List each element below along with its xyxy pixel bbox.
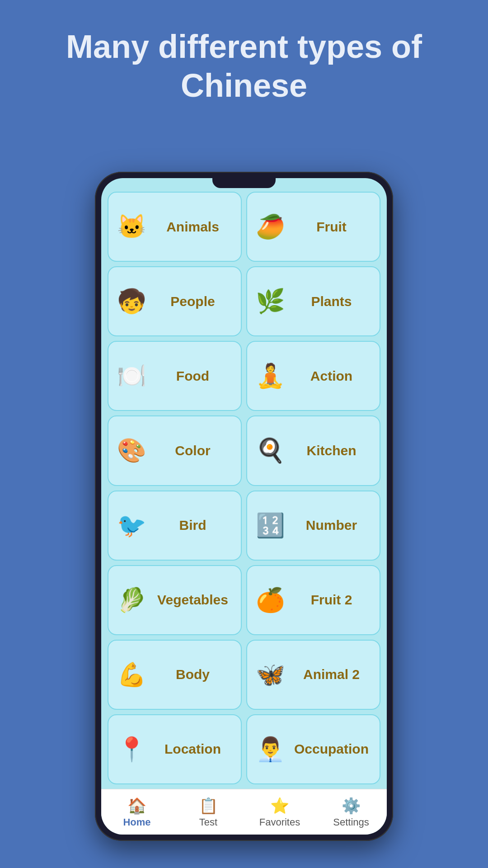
category-label-body: Body (152, 667, 234, 682)
category-icon-animals: 🐱 (116, 213, 147, 241)
category-icon-kitchen: 🍳 (254, 437, 286, 464)
category-icon-color: 🎨 (116, 437, 147, 464)
nav-item-favorites[interactable]: ⭐ Favorites (244, 794, 315, 831)
category-card-animal2[interactable]: 🦋 Animal 2 (246, 640, 380, 710)
category-icon-fruit2: 🍊 (254, 586, 286, 614)
category-label-vegetables: Vegetables (152, 592, 234, 608)
nav-label-favorites: Favorites (259, 816, 300, 828)
category-icon-vegetables: 🥬 (116, 586, 147, 614)
category-card-kitchen[interactable]: 🍳 Kitchen (246, 415, 380, 486)
nav-item-test[interactable]: 📋 Test (173, 794, 244, 831)
category-card-occupation[interactable]: 👨‍💼 Occupation (246, 714, 380, 784)
category-card-number[interactable]: 🔢 Number (246, 491, 380, 561)
header-text: Many different types of Chinese (0, 0, 488, 123)
phone-screen: 🐱 Animals 🥭 Fruit 🧒 People 🌿 Plants 🍽️ F… (101, 178, 387, 835)
category-icon-people: 🧒 (116, 288, 147, 315)
category-card-color[interactable]: 🎨 Color (108, 415, 242, 486)
category-label-number: Number (291, 518, 372, 533)
category-label-fruit2: Fruit 2 (291, 592, 372, 608)
category-label-bird: Bird (152, 518, 234, 533)
nav-label-settings: Settings (333, 816, 369, 828)
category-card-plants[interactable]: 🌿 Plants (246, 266, 380, 336)
nav-item-settings[interactable]: ⚙️ Settings (315, 794, 387, 831)
category-label-animals: Animals (152, 219, 234, 235)
category-label-action: Action (291, 368, 372, 384)
category-icon-food: 🍽️ (116, 362, 147, 390)
category-icon-fruit: 🥭 (254, 213, 286, 241)
category-card-vegetables[interactable]: 🥬 Vegetables (108, 565, 242, 635)
category-card-fruit[interactable]: 🥭 Fruit (246, 192, 380, 262)
category-icon-bird: 🐦 (116, 512, 147, 539)
category-icon-occupation: 👨‍💼 (254, 736, 286, 763)
nav-label-test: Test (199, 816, 217, 828)
bottom-nav: 🏠 Home 📋 Test ⭐ Favorites ⚙️ Settings (101, 789, 387, 835)
category-icon-plants: 🌿 (254, 288, 286, 315)
category-label-fruit: Fruit (291, 219, 372, 235)
category-label-animal2: Animal 2 (291, 667, 372, 682)
phone-body: 🐱 Animals 🥭 Fruit 🧒 People 🌿 Plants 🍽️ F… (95, 172, 393, 841)
notch (212, 178, 276, 188)
category-label-food: Food (152, 368, 234, 384)
category-label-color: Color (152, 443, 234, 458)
category-icon-animal2: 🦋 (254, 661, 286, 689)
category-label-kitchen: Kitchen (291, 443, 372, 458)
category-icon-body: 💪 (116, 661, 147, 689)
category-label-plants: Plants (291, 294, 372, 309)
nav-icon-home: 🏠 (127, 797, 146, 815)
category-card-bird[interactable]: 🐦 Bird (108, 491, 242, 561)
grid-container: 🐱 Animals 🥭 Fruit 🧒 People 🌿 Plants 🍽️ F… (101, 178, 387, 789)
category-card-body[interactable]: 💪 Body (108, 640, 242, 710)
nav-item-home[interactable]: 🏠 Home (101, 794, 173, 831)
category-icon-number: 🔢 (254, 512, 286, 539)
category-label-location: Location (152, 741, 234, 757)
category-icon-action: 🧘 (254, 362, 286, 390)
nav-label-home: Home (123, 816, 150, 828)
category-card-action[interactable]: 🧘 Action (246, 341, 380, 411)
category-label-people: People (152, 294, 234, 309)
category-card-location[interactable]: 📍 Location (108, 714, 242, 784)
category-card-people[interactable]: 🧒 People (108, 266, 242, 336)
category-label-occupation: Occupation (291, 741, 372, 757)
category-icon-location: 📍 (116, 736, 147, 763)
phone-container: 🐱 Animals 🥭 Fruit 🧒 People 🌿 Plants 🍽️ F… (95, 172, 393, 841)
nav-icon-test: 📋 (199, 797, 218, 815)
nav-icon-settings: ⚙️ (342, 797, 361, 815)
category-card-animals[interactable]: 🐱 Animals (108, 192, 242, 262)
category-card-fruit2[interactable]: 🍊 Fruit 2 (246, 565, 380, 635)
nav-icon-favorites: ⭐ (270, 797, 289, 815)
category-card-food[interactable]: 🍽️ Food (108, 341, 242, 411)
